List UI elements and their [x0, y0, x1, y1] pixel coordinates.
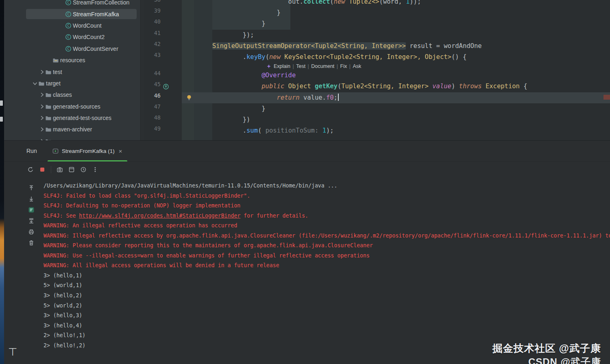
lens-action-ask[interactable]: Ask [353, 63, 361, 69]
line-number-42[interactable]: 42 [144, 41, 182, 52]
line-number-41[interactable]: 41 [144, 30, 182, 41]
console-line: 3> (hello,2) [44, 291, 610, 301]
chevron-right-icon[interactable] [39, 92, 45, 98]
console-line: SLF4J: Defaulting to no-operation (NOP) … [44, 201, 610, 211]
tree-item-generated-sources[interactable]: generated-sources [4, 101, 140, 112]
stop-icon[interactable] [39, 166, 46, 173]
run-header: Run StreamFromKafka (1) × [4, 141, 610, 161]
dump-threads-icon[interactable] [57, 166, 63, 173]
code-line-40[interactable]: } [182, 18, 610, 29]
chevron-down-icon[interactable] [32, 80, 38, 87]
console-line: 5> (world,1) [44, 281, 610, 291]
wallpaper-text-fragment [0, 100, 3, 106]
chevron-right-icon[interactable] [39, 69, 45, 75]
lightbulb-icon[interactable] [186, 94, 192, 101]
code-line-38[interactable]: out.collect(new Tuple2<>(word, 1)); [182, 0, 610, 7]
svg-text:C: C [67, 24, 69, 28]
folder-icon [45, 103, 52, 110]
run-panel-title[interactable]: Run [26, 141, 37, 161]
tree-item-generated-test-sources[interactable]: generated-test-sources [4, 112, 140, 124]
code-line-47[interactable]: } [182, 103, 610, 114]
editor[interactable]: 383940414243444546474849 out.collect(new… [144, 0, 610, 140]
svg-text:C: C [67, 47, 69, 51]
rerun-icon[interactable] [27, 166, 34, 173]
code-line-43[interactable]: .keyBy(new KeySelector<Tuple2<String, In… [182, 52, 610, 63]
console-line: WARNING: Use --illegal-access=warn to en… [44, 251, 610, 261]
svg-text:C: C [67, 12, 69, 16]
code-line-42[interactable]: SingleOutputStreamOperator<Tuple2<String… [182, 41, 610, 52]
print-icon[interactable] [28, 229, 35, 235]
code-line-45[interactable]: public Object getKey(Tuple2<String, Inte… [182, 81, 610, 92]
chevron-right-icon[interactable] [39, 115, 45, 121]
up-stack-icon[interactable] [28, 185, 35, 191]
console-line: 3> (hello,1) [44, 271, 610, 281]
line-number-49[interactable]: 49 [144, 125, 182, 136]
class-icon: C [65, 34, 72, 40]
close-tab-icon[interactable]: × [119, 148, 122, 155]
line-number-45[interactable]: 45 [144, 81, 182, 92]
tree-item-partial[interactable] [4, 135, 140, 140]
run-toolbar [27, 166, 98, 173]
active-tab-underline [48, 160, 127, 161]
tree-item-target[interactable]: target [4, 78, 140, 89]
folder-icon [45, 92, 52, 98]
svg-text:C: C [67, 0, 69, 4]
code-line-39[interactable]: } [182, 7, 610, 18]
line-number-46[interactable]: 46 [144, 92, 182, 103]
lens-action-explain[interactable]: Explain [274, 63, 290, 69]
chevron-right-icon[interactable] [39, 126, 45, 133]
lens-action-fix[interactable]: Fix [340, 63, 347, 69]
console-line: WARNING: Please consider reporting this … [44, 241, 610, 251]
tree-item-wordcountserver[interactable]: CWordCountServer [4, 43, 140, 54]
code-line-48[interactable]: }) [182, 114, 610, 125]
code-line-44[interactable]: @Override [182, 70, 610, 81]
clear-icon[interactable] [28, 240, 35, 246]
history-icon[interactable] [80, 166, 87, 173]
tree-item-label: maven-archiver [53, 126, 92, 133]
code-line-46[interactable]: return value.f0; [182, 92, 610, 103]
tree-item-test[interactable]: test [4, 66, 140, 77]
tree-item-label: StreamFromKafka [73, 11, 119, 17]
folder-icon [38, 80, 45, 87]
tree-item-label: resources [60, 57, 85, 63]
tree-item-label: WordCount2 [73, 34, 105, 40]
tree-item-wordcount[interactable]: CWordCount [4, 20, 140, 31]
restore-layout-icon[interactable] [68, 166, 75, 173]
scroll-end-icon[interactable] [28, 218, 35, 224]
line-number-38[interactable]: 38 [144, 0, 182, 7]
line-number-40[interactable]: 40 [144, 18, 182, 29]
console-line: 5> (world,2) [44, 301, 610, 311]
soft-wrap-icon[interactable] [28, 207, 35, 213]
resources-icon [52, 57, 59, 63]
code-line-49[interactable]: .sum( positionToSum: 1); [182, 125, 610, 136]
lens-action-document[interactable]: Document [311, 63, 334, 69]
console-left-toolbar [28, 185, 35, 246]
folder-icon [45, 115, 52, 121]
override-icon[interactable] [163, 83, 169, 90]
code-lens: Explain | Test | Document | Fix | Ask [182, 63, 610, 70]
down-stack-icon[interactable] [28, 196, 35, 202]
chevron-right-icon[interactable] [39, 103, 45, 110]
tree-item-label: classes [53, 92, 72, 98]
tree-item-classes[interactable]: classes [4, 89, 140, 100]
tree-item-label: test [53, 69, 62, 75]
line-number-39[interactable]: 39 [144, 7, 182, 18]
lens-separator: | [291, 63, 295, 69]
console-link[interactable]: http://www.slf4j.org/codes.html#StaticLo… [79, 213, 240, 219]
tree-item-maven-archiver[interactable]: maven-archiver [4, 124, 140, 135]
line-number-48[interactable]: 48 [144, 114, 182, 125]
console-line: SLF4J: Failed to load class "org.slf4j.i… [44, 191, 610, 201]
editor-gutter: 383940414243444546474849 [144, 0, 182, 136]
tree-item-streamfromcollection[interactable]: CStreamFromCollection [4, 0, 140, 8]
code-area[interactable]: out.collect(new Tuple2<>(word, 1));}}});… [182, 0, 610, 136]
tree-item-wordcount2[interactable]: CWordCount2 [4, 31, 140, 43]
tree-item-resources[interactable]: resources [4, 54, 140, 66]
line-number-47[interactable]: 47 [144, 103, 182, 114]
code-line-41[interactable]: }); [182, 30, 610, 41]
line-number-43[interactable]: 43 [144, 52, 182, 63]
more-options-icon[interactable] [92, 166, 98, 173]
line-number-44[interactable]: 44 [144, 70, 182, 81]
tree-item-streamfromkafka[interactable]: CStreamFromKafka [4, 8, 140, 20]
run-tab[interactable]: StreamFromKafka (1) × [48, 141, 127, 161]
lens-action-test[interactable]: Test [296, 63, 305, 69]
